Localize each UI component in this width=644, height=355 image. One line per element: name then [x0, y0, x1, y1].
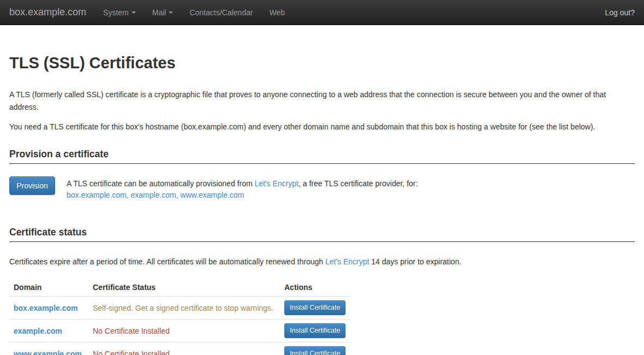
- navbar-item-web[interactable]: Web: [261, 0, 293, 25]
- table-row: www.example.comNo Certificate InstalledI…: [9, 342, 350, 355]
- caret-down-icon: [132, 11, 136, 14]
- provision-domain-link[interactable]: example.com: [131, 191, 176, 199]
- navbar: box.example.com SystemMailContacts/Calen…: [0, 0, 644, 25]
- actions-cell: Install Certificate: [280, 319, 350, 342]
- certificate-status-heading: Certificate status: [9, 227, 635, 242]
- provision-domain-link[interactable]: box.example.com: [67, 191, 127, 199]
- certificate-table-body: box.example.comSelf-signed. Get a signed…: [9, 297, 350, 355]
- table-column-header: Domain: [9, 279, 88, 297]
- navbar-item-mail[interactable]: Mail: [144, 0, 182, 25]
- caret-down-icon: [169, 11, 173, 14]
- status-cell: No Certificate Installed: [88, 319, 280, 342]
- provision-domain-link[interactable]: www.example.com: [181, 191, 245, 199]
- domain-cell: www.example.com: [9, 342, 88, 355]
- provision-domain-list: box.example.com, example.com, www.exampl…: [67, 190, 418, 201]
- page-title: TLS (SSL) Certificates: [9, 54, 635, 72]
- domain-cell: example.com: [9, 319, 88, 342]
- domain-link[interactable]: box.example.com: [14, 304, 78, 312]
- install-certificate-button[interactable]: Install Certificate: [284, 323, 345, 338]
- navbar-item-label: System: [103, 8, 129, 17]
- table-column-header: Actions: [280, 279, 350, 297]
- domain-cell: box.example.com: [9, 297, 88, 319]
- table-column-header: Certificate Status: [88, 279, 280, 297]
- intro-paragraph-1: A TLS (formerly called SSL) certificate …: [9, 88, 635, 114]
- certificate-table-header-row: DomainCertificate StatusActions: [9, 279, 350, 297]
- provision-text-before: A TLS certificate can be automatically p…: [67, 179, 254, 188]
- certificate-table: DomainCertificate StatusActions box.exam…: [9, 279, 350, 355]
- navbar-item-label: Contacts/Calendar: [189, 8, 253, 17]
- certificate-status-text: Self-signed. Get a signed certificate to…: [93, 304, 273, 312]
- navbar-brand[interactable]: box.example.com: [9, 7, 86, 18]
- provision-description: A TLS certificate can be automatically p…: [67, 176, 418, 201]
- actions-cell: Install Certificate: [280, 297, 350, 319]
- navbar-item-contacts-calendar[interactable]: Contacts/Calendar: [181, 0, 261, 25]
- table-row: example.comNo Certificate InstalledInsta…: [9, 319, 350, 342]
- install-certificate-button[interactable]: Install Certificate: [284, 346, 345, 355]
- certificate-status-text: No Certificate Installed: [93, 350, 170, 355]
- certificate-status-text: No Certificate Installed: [93, 327, 170, 335]
- lets-encrypt-link[interactable]: Let's Encrypt: [254, 179, 299, 188]
- navbar-item-label: Web: [269, 8, 285, 17]
- navbar-menu: SystemMailContacts/CalendarWeb: [95, 0, 293, 25]
- install-certificate-button[interactable]: Install Certificate: [284, 300, 345, 315]
- lets-encrypt-link[interactable]: Let's Encrypt: [325, 257, 369, 266]
- actions-cell: Install Certificate: [280, 342, 350, 355]
- provision-button[interactable]: Provision: [9, 176, 55, 195]
- domain-link[interactable]: example.com: [14, 327, 62, 335]
- table-row: box.example.comSelf-signed. Get a signed…: [9, 297, 350, 319]
- navbar-item-label: Mail: [152, 8, 166, 17]
- provision-section: Provision A TLS certificate can be autom…: [9, 176, 635, 201]
- status-note-after: 14 days prior to expiration.: [369, 257, 461, 266]
- domain-link[interactable]: www.example.com: [14, 350, 82, 355]
- tls-page: TLS (SSL) Certificates A TLS (formerly c…: [0, 54, 644, 355]
- status-note-before: Certificates expire after a period of ti…: [9, 257, 325, 266]
- logout-link[interactable]: Log out?: [605, 8, 635, 17]
- certificate-status-note: Certificates expire after a period of ti…: [9, 256, 635, 267]
- status-cell: No Certificate Installed: [88, 342, 280, 355]
- intro-paragraph-2: You need a TLS certificate for this box'…: [9, 121, 635, 133]
- provision-text-after: , a free TLS certificate provider, for:: [299, 179, 418, 188]
- navbar-item-system[interactable]: System: [95, 0, 144, 25]
- provision-section-heading: Provision a certificate: [9, 149, 635, 164]
- status-cell: Self-signed. Get a signed certificate to…: [88, 297, 280, 319]
